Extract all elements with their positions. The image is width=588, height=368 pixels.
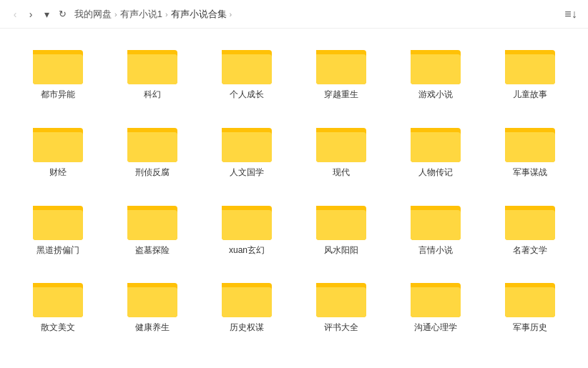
folder-item[interactable]: 评书大全 [298,269,385,339]
sort-button[interactable]: ≡↓ [561,4,581,24]
folder-front [411,210,461,240]
folder-front [505,210,555,240]
folder-item[interactable]: 历史权谋 [203,269,290,339]
folder-icon [316,121,366,162]
content-area: 都市异能 科幻 个人成长 穿越重生 [0,29,588,368]
folder-label: 现代 [333,166,350,179]
folder-icon [505,121,555,162]
folder-front [127,132,177,162]
folder-item[interactable]: 盗墓探险 [109,192,196,262]
breadcrumb-home[interactable]: 我的网盘 [74,8,112,21]
folder-label: 名著文学 [513,244,547,257]
back-icon: ‹ [14,9,17,20]
folder-label: 沟通心理学 [414,322,457,334]
folder-front [316,210,366,240]
folder-icon [127,199,177,240]
breadcrumb-sep-2: › [165,10,168,19]
dropdown-icon: ▾ [44,9,49,20]
folder-label: 科幻 [144,89,161,101]
folder-label: 言情小说 [418,244,453,257]
folder-label: 军事历史 [513,322,547,334]
folder-label: 军事谋战 [513,166,547,179]
folder-item[interactable]: 风水阳阳 [298,192,385,262]
folder-item[interactable]: 科幻 [109,36,196,106]
folder-icon [222,43,272,84]
folder-icon [33,276,83,317]
folder-front [316,54,366,84]
breadcrumb-level1[interactable]: 有声小说1 [120,8,162,21]
refresh-button[interactable]: ↻ [54,6,70,22]
folder-item[interactable]: 穿越重生 [298,36,385,106]
folder-item[interactable]: 财经 [14,114,102,184]
dropdown-button[interactable]: ▾ [39,6,54,22]
folder-front [222,210,272,240]
folder-item[interactable]: 沟通心理学 [392,269,479,339]
breadcrumb: 我的网盘 › 有声小说1 › 有声小说合集 › [74,8,561,21]
folder-item[interactable]: xuan玄幻 [203,192,290,262]
folder-item[interactable]: 现代 [298,114,385,184]
forward-icon: › [29,9,33,20]
folder-icon [411,121,461,162]
refresh-icon: ↻ [59,9,67,19]
forward-button[interactable]: › [23,6,39,22]
folder-label: 散文美文 [41,322,75,334]
folder-label: 黑道捞偏门 [36,244,79,257]
folder-item[interactable]: 个人成长 [203,36,290,106]
folder-item[interactable]: 儿童故事 [486,36,574,106]
folder-icon [505,43,555,84]
folder-icon [33,43,83,84]
folder-item[interactable]: 健康养生 [109,269,196,339]
folder-front [411,132,461,162]
folder-icon [505,276,555,317]
folder-front [316,132,366,162]
folder-item[interactable]: 名著文学 [486,192,574,262]
breadcrumb-current: 有声小说合集 [171,8,227,21]
folder-label: 人物传记 [418,166,453,179]
folder-label: 盗墓探险 [135,244,170,257]
folder-label: 儿童故事 [513,89,547,101]
folder-front [411,54,461,84]
breadcrumb-sep-3: › [230,10,232,19]
folder-front [505,54,555,84]
folder-front [411,287,461,317]
folder-icon [127,121,177,162]
folder-item[interactable]: 军事历史 [486,269,574,339]
folder-front [505,132,555,162]
folder-front [316,287,366,317]
folder-icon [411,276,461,317]
folder-icon [411,43,461,84]
folder-icon [33,199,83,240]
folder-item[interactable]: 都市异能 [14,36,102,106]
folder-front [222,132,272,162]
folder-front [33,210,83,240]
folder-label: 都市异能 [41,89,75,101]
folder-icon [411,199,461,240]
folder-item[interactable]: 军事谋战 [486,114,574,184]
folder-label: 人文国学 [230,166,264,179]
back-button[interactable]: ‹ [7,6,23,22]
header-bar: ‹ › ▾ ↻ 我的网盘 › 有声小说1 › 有声小说合集 › ≡↓ [0,0,588,29]
folder-front [127,210,177,240]
folder-item[interactable]: 言情小说 [392,192,479,262]
folder-icon [316,199,366,240]
folder-label: 游戏小说 [418,89,453,101]
folder-icon [222,276,272,317]
folder-front [222,54,272,84]
folder-label: 穿越重生 [324,89,358,101]
folder-icon [33,121,83,162]
breadcrumb-sep-1: › [114,10,117,19]
folder-item[interactable]: 游戏小说 [392,36,479,106]
folder-item[interactable]: 人文国学 [203,114,290,184]
folder-label: 健康养生 [135,322,170,334]
folder-item[interactable]: 人物传记 [392,114,479,184]
folder-item[interactable]: 刑侦反腐 [109,114,196,184]
folder-label: 刑侦反腐 [135,166,170,179]
folder-icon [127,43,177,84]
folder-item[interactable]: 散文美文 [14,269,102,339]
sort-icon: ≡↓ [564,8,577,21]
folder-item[interactable]: 黑道捞偏门 [14,192,102,262]
folder-icon [222,121,272,162]
folder-front [33,287,83,317]
folder-label: 历史权谋 [230,322,264,334]
folder-icon [316,276,366,317]
